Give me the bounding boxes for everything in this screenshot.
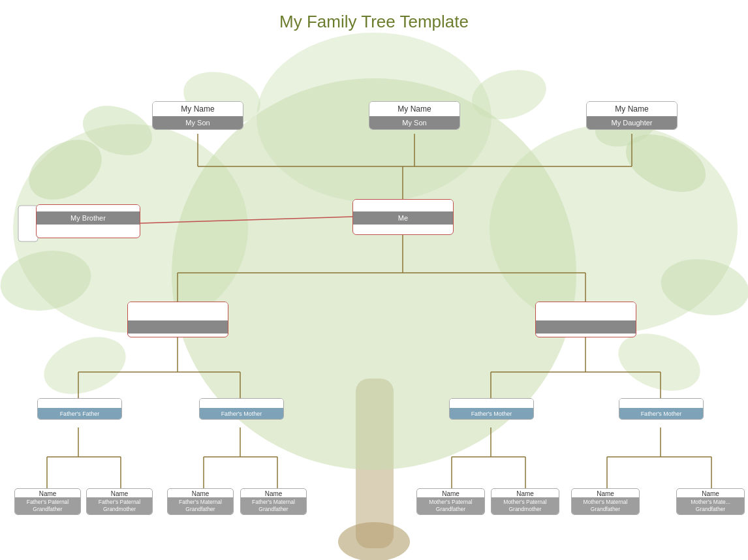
ggp-mm-ff[interactable]: Name Mother's MaternalGrandfather <box>571 488 640 515</box>
fathers-mother-node[interactable]: Father's Mother <box>199 398 284 420</box>
fathers-father-node[interactable]: Father's Father <box>37 398 122 420</box>
ggp-ff-fm[interactable]: Name Father's PaternalGrandmother <box>86 488 153 515</box>
child3-name: My Name <box>587 102 677 116</box>
ggp-fm-ff-label: Father's MaternalGrandfather <box>168 497 233 514</box>
ggp-fm-fm-label: Father's MaternalGrandfather <box>241 497 306 514</box>
ggp-mf-ff[interactable]: Name Mother's PaternalGrandfather <box>416 488 485 515</box>
mother-role <box>536 320 636 334</box>
ggp-mf-fm-label: Mother's PaternalGrandmother <box>491 497 559 514</box>
brother-name <box>37 205 140 211</box>
father-role <box>128 320 228 334</box>
ggp-ff-ff[interactable]: Name Father's PaternalGrandfather <box>14 488 81 515</box>
ggp-mf-ff-label: Mother's PaternalGrandfather <box>417 497 484 514</box>
me-role: Me <box>353 211 453 225</box>
ggp-mm-fm-name: Name <box>677 489 744 497</box>
mm-name <box>619 399 703 408</box>
mf-name <box>450 399 533 408</box>
mother-node[interactable] <box>535 302 636 337</box>
ggp-mm-fm-label: Mother's Mate...Grandfather <box>677 497 744 514</box>
child1-role: My Son <box>153 116 243 129</box>
child3-role: My Daughter <box>587 116 677 129</box>
child1-node[interactable]: My Name My Son <box>152 101 243 130</box>
mm-role: Father's Mother <box>619 408 703 419</box>
ggp-fm-ff-name: Name <box>168 489 233 497</box>
ggp-mm-ff-label: Mother's MaternalGrandfather <box>572 497 639 514</box>
ggp-fm-fm[interactable]: Name Father's MaternalGrandfather <box>240 488 307 515</box>
me-node[interactable]: Me <box>352 199 454 235</box>
ggp-mf-ff-name: Name <box>417 489 484 497</box>
ggp-ff-fm-name: Name <box>87 489 152 497</box>
ggp-fm-ff[interactable]: Name Father's MaternalGrandfather <box>167 488 234 515</box>
ggp-mm-fm[interactable]: Name Mother's Mate...Grandfather <box>676 488 745 515</box>
mothers-mother-node[interactable]: Father's Mother <box>619 398 704 420</box>
child1-name: My Name <box>153 102 243 116</box>
fm-name <box>200 399 283 408</box>
child3-node[interactable]: My Name My Daughter <box>586 101 678 130</box>
me-name <box>353 200 453 211</box>
ggp-mm-ff-name: Name <box>572 489 639 497</box>
mothers-father-node[interactable]: Father's Mother <box>449 398 534 420</box>
ff-role: Father's Father <box>38 408 121 419</box>
ggp-fm-fm-name: Name <box>241 489 306 497</box>
fm-role: Father's Mother <box>200 408 283 419</box>
ggp-ff-fm-label: Father's PaternalGrandmother <box>87 497 152 514</box>
mother-name <box>536 302 636 320</box>
ff-name <box>38 399 121 408</box>
child2-node[interactable]: My Name My Son <box>369 101 460 130</box>
ggp-ff-ff-label: Father's PaternalGrandfather <box>15 497 80 514</box>
ggp-mf-fm[interactable]: Name Mother's PaternalGrandmother <box>491 488 559 515</box>
ggp-ff-ff-name: Name <box>15 489 80 497</box>
brother-node[interactable]: My Brother <box>36 204 140 238</box>
mf-role: Father's Mother <box>450 408 533 419</box>
brother-role: My Brother <box>37 211 140 225</box>
ggp-mf-fm-name: Name <box>491 489 559 497</box>
father-node[interactable] <box>127 302 228 337</box>
page-title: My Family Tree Template <box>0 0 748 32</box>
father-name <box>128 302 228 320</box>
child2-role: My Son <box>369 116 460 129</box>
child2-name: My Name <box>369 102 460 116</box>
